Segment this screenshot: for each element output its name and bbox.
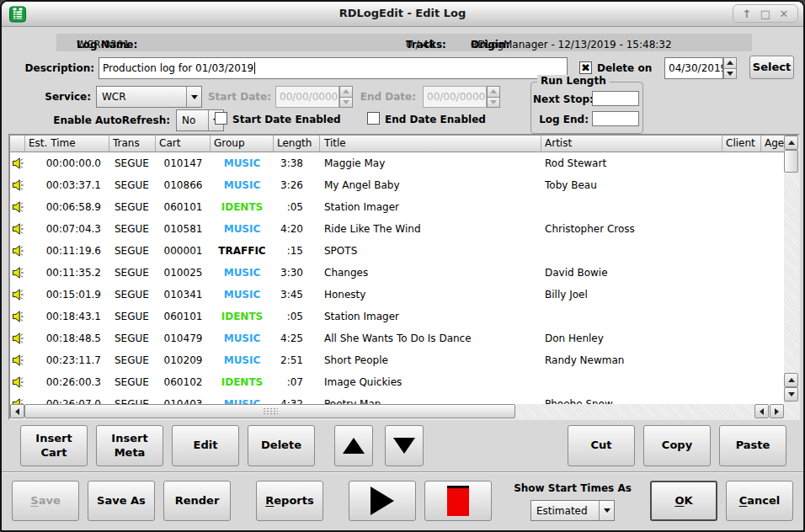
save-as-button[interactable]: Save As xyxy=(88,481,155,521)
column-header-trans[interactable]: Trans xyxy=(109,136,156,152)
end-date-input[interactable]: 00/00/0000 xyxy=(423,86,487,108)
table-row[interactable]: 00:18:43.1 SEGUE 060101 IDENTS :05 Stati… xyxy=(10,306,784,327)
stop-button[interactable] xyxy=(424,481,492,521)
cell-artist: Rod Stewart xyxy=(541,152,722,174)
cell-age xyxy=(761,196,784,218)
log-end-value xyxy=(592,111,639,126)
cell-cart: 010147 xyxy=(156,152,211,174)
close-icon[interactable]: ✕ xyxy=(776,6,792,21)
spin-up-icon[interactable] xyxy=(487,86,500,98)
table-row[interactable]: 00:26:07.0 SEGUE 010403 MUSIC 4:32 Poetr… xyxy=(10,393,784,404)
scroll-up-icon[interactable] xyxy=(784,136,798,150)
maximize-icon[interactable]: □ xyxy=(758,6,773,21)
cell-length: 3:38 xyxy=(274,152,320,174)
spin-up-icon[interactable] xyxy=(723,57,737,69)
render-button[interactable]: Render xyxy=(163,481,231,521)
vertical-scrollbar xyxy=(784,136,798,418)
table-row[interactable]: 00:07:04.3 SEGUE 010581 MUSIC 4:20 Ride … xyxy=(10,218,784,240)
end-date-enabled-checkbox[interactable] xyxy=(367,112,380,125)
cell-client xyxy=(722,218,761,240)
scroll-right-icon[interactable] xyxy=(770,404,784,418)
spin-down-icon[interactable] xyxy=(339,98,353,109)
cell-cart: 010341 xyxy=(156,284,211,306)
cell-est-time: 00:11:35.2 xyxy=(25,262,109,284)
table-row[interactable]: 00:26:00.3 SEGUE 060102 IDENTS :07 Image… xyxy=(10,371,784,393)
description-input[interactable]: Production log for 01/03/2019 xyxy=(99,57,568,79)
window-controls: ↑ □ ✕ xyxy=(733,4,798,23)
cell-artist xyxy=(541,196,722,218)
table-row[interactable]: 00:11:19.6 SEGUE 000001 TRAFFIC :15 SPOT… xyxy=(10,240,784,262)
cell-client xyxy=(722,174,761,196)
cell-title: Ride Like The Wind xyxy=(320,218,541,240)
cell-trans: SEGUE xyxy=(109,349,156,371)
table-row[interactable]: 00:15:01.9 SEGUE 010341 MUSIC 3:45 Hones… xyxy=(10,284,784,306)
delete-on-checkbox[interactable] xyxy=(579,61,592,74)
start-date-enabled-checkbox[interactable] xyxy=(215,112,227,125)
cell-client xyxy=(722,152,761,174)
column-header-est-time[interactable]: Est. Time xyxy=(25,136,109,152)
speaker-icon xyxy=(10,306,25,327)
cell-group: IDENTS xyxy=(211,306,274,327)
ok-button[interactable]: OK xyxy=(650,481,717,521)
scroll-left-icon[interactable] xyxy=(10,404,24,418)
cell-length: :15 xyxy=(274,240,320,262)
spin-down-icon[interactable] xyxy=(487,98,500,109)
cell-cart: 010479 xyxy=(156,327,211,349)
table-row[interactable]: 00:03:37.1 SEGUE 010866 MUSIC 3:26 My An… xyxy=(10,174,784,196)
stop-icon xyxy=(447,486,469,516)
start-date-input[interactable]: 00/00/0000 xyxy=(275,86,339,108)
scroll-down-icon[interactable] xyxy=(784,387,798,402)
cell-est-time: 00:06:58.9 xyxy=(25,196,109,218)
copy-button[interactable]: Copy xyxy=(643,425,711,466)
table-row[interactable]: 00:06:58.9 SEGUE 060101 IDENTS :05 Stati… xyxy=(10,196,784,218)
column-header-age[interactable]: Age xyxy=(761,136,784,152)
cell-trans: SEGUE xyxy=(109,284,156,306)
cut-button[interactable]: Cut xyxy=(568,425,635,466)
log-table-header: Est. Time Trans Cart Group Length Title … xyxy=(10,136,784,152)
reports-button[interactable]: Reports xyxy=(256,481,323,521)
column-header-length[interactable]: Length xyxy=(274,136,320,152)
column-header-icon[interactable] xyxy=(10,136,25,152)
delete-button[interactable]: Delete xyxy=(248,425,315,466)
scroll-left-icon[interactable] xyxy=(754,404,769,418)
column-header-cart[interactable]: Cart xyxy=(156,136,211,152)
vertical-scrollbar-thumb[interactable] xyxy=(784,150,798,173)
paste-button[interactable]: Paste xyxy=(719,425,786,466)
column-header-group[interactable]: Group xyxy=(211,136,274,152)
scroll-up-icon[interactable] xyxy=(784,373,798,387)
autorefresh-label: Enable AutoRefresh: xyxy=(2,114,170,126)
spin-down-icon[interactable] xyxy=(723,69,737,80)
cell-length: :07 xyxy=(274,371,320,393)
delete-on-date-input[interactable]: 04/30/2019 xyxy=(664,57,723,79)
speaker-icon xyxy=(10,349,25,371)
spin-up-icon[interactable] xyxy=(339,86,353,98)
cell-title: Image Quickies xyxy=(320,371,541,393)
play-button[interactable] xyxy=(349,481,416,521)
column-header-client[interactable]: Client xyxy=(722,136,761,152)
service-combobox[interactable]: WCR xyxy=(96,86,202,108)
column-header-artist[interactable]: Artist xyxy=(541,136,722,152)
cancel-button[interactable]: Cancel xyxy=(726,481,793,521)
column-header-title[interactable]: Title xyxy=(320,136,541,152)
shade-icon[interactable]: ↑ xyxy=(739,6,754,21)
table-row[interactable]: 00:11:35.2 SEGUE 010025 MUSIC 3:30 Chang… xyxy=(10,262,784,284)
origin-value: RDLogManager - 12/13/2019 - 15:48:32 xyxy=(471,39,672,51)
move-down-button[interactable] xyxy=(385,425,424,466)
cell-est-time: 00:07:04.3 xyxy=(25,218,109,240)
speaker-icon xyxy=(10,174,25,196)
select-date-button[interactable]: Select xyxy=(749,56,794,79)
cell-title: Maggie May xyxy=(320,152,541,174)
move-up-button[interactable] xyxy=(334,425,373,466)
chevron-down-icon xyxy=(599,501,614,520)
save-button[interactable]: Save xyxy=(12,481,79,521)
insert-cart-button[interactable]: Insert Cart xyxy=(20,425,88,466)
table-row[interactable]: 00:00:00.0 SEGUE 010147 MUSIC 3:38 Maggi… xyxy=(10,152,784,174)
end-date-spinner xyxy=(487,86,500,108)
table-row[interactable]: 00:18:48.5 SEGUE 010479 MUSIC 4:25 All S… xyxy=(10,327,784,349)
horizontal-scrollbar-thumb[interactable] xyxy=(24,404,515,418)
table-row[interactable]: 00:23:11.7 SEGUE 010209 MUSIC 2:51 Short… xyxy=(10,349,784,371)
edit-button[interactable]: Edit xyxy=(172,425,239,466)
insert-meta-button[interactable]: Insert Meta xyxy=(96,425,163,466)
start-times-combobox[interactable]: Estimated xyxy=(530,500,615,521)
cell-cart: 010209 xyxy=(156,349,211,371)
